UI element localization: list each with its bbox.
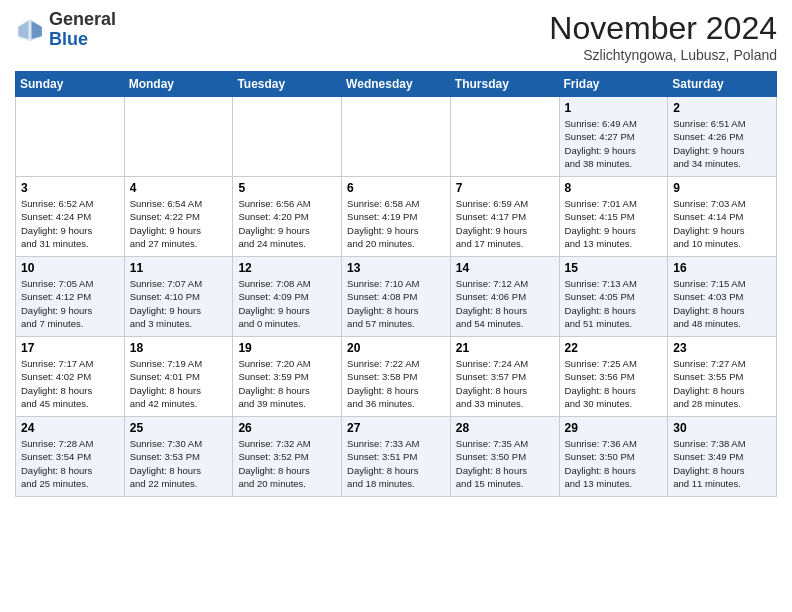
- day-cell: [342, 97, 451, 177]
- day-number: 13: [347, 261, 445, 275]
- day-info: Sunrise: 7:01 AM Sunset: 4:15 PM Dayligh…: [565, 197, 663, 250]
- day-number: 24: [21, 421, 119, 435]
- day-cell: 3Sunrise: 6:52 AM Sunset: 4:24 PM Daylig…: [16, 177, 125, 257]
- day-cell: 26Sunrise: 7:32 AM Sunset: 3:52 PM Dayli…: [233, 417, 342, 497]
- day-info: Sunrise: 6:56 AM Sunset: 4:20 PM Dayligh…: [238, 197, 336, 250]
- day-cell: [16, 97, 125, 177]
- day-info: Sunrise: 7:19 AM Sunset: 4:01 PM Dayligh…: [130, 357, 228, 410]
- day-info: Sunrise: 7:13 AM Sunset: 4:05 PM Dayligh…: [565, 277, 663, 330]
- header-cell-thursday: Thursday: [450, 72, 559, 97]
- week-row-1: 1Sunrise: 6:49 AM Sunset: 4:27 PM Daylig…: [16, 97, 777, 177]
- day-cell: 10Sunrise: 7:05 AM Sunset: 4:12 PM Dayli…: [16, 257, 125, 337]
- day-info: Sunrise: 7:03 AM Sunset: 4:14 PM Dayligh…: [673, 197, 771, 250]
- day-number: 25: [130, 421, 228, 435]
- day-info: Sunrise: 7:24 AM Sunset: 3:57 PM Dayligh…: [456, 357, 554, 410]
- day-info: Sunrise: 6:59 AM Sunset: 4:17 PM Dayligh…: [456, 197, 554, 250]
- day-number: 14: [456, 261, 554, 275]
- day-number: 12: [238, 261, 336, 275]
- day-number: 16: [673, 261, 771, 275]
- day-cell: 16Sunrise: 7:15 AM Sunset: 4:03 PM Dayli…: [668, 257, 777, 337]
- header-row: SundayMondayTuesdayWednesdayThursdayFrid…: [16, 72, 777, 97]
- day-cell: 19Sunrise: 7:20 AM Sunset: 3:59 PM Dayli…: [233, 337, 342, 417]
- day-cell: 27Sunrise: 7:33 AM Sunset: 3:51 PM Dayli…: [342, 417, 451, 497]
- day-number: 15: [565, 261, 663, 275]
- day-info: Sunrise: 7:27 AM Sunset: 3:55 PM Dayligh…: [673, 357, 771, 410]
- day-cell: 15Sunrise: 7:13 AM Sunset: 4:05 PM Dayli…: [559, 257, 668, 337]
- day-number: 28: [456, 421, 554, 435]
- day-info: Sunrise: 7:05 AM Sunset: 4:12 PM Dayligh…: [21, 277, 119, 330]
- header-cell-saturday: Saturday: [668, 72, 777, 97]
- day-info: Sunrise: 7:07 AM Sunset: 4:10 PM Dayligh…: [130, 277, 228, 330]
- day-cell: 9Sunrise: 7:03 AM Sunset: 4:14 PM Daylig…: [668, 177, 777, 257]
- day-number: 17: [21, 341, 119, 355]
- day-number: 8: [565, 181, 663, 195]
- day-info: Sunrise: 6:52 AM Sunset: 4:24 PM Dayligh…: [21, 197, 119, 250]
- day-number: 7: [456, 181, 554, 195]
- day-cell: 17Sunrise: 7:17 AM Sunset: 4:02 PM Dayli…: [16, 337, 125, 417]
- day-number: 20: [347, 341, 445, 355]
- logo-blue: Blue: [49, 29, 88, 49]
- day-number: 6: [347, 181, 445, 195]
- day-info: Sunrise: 7:12 AM Sunset: 4:06 PM Dayligh…: [456, 277, 554, 330]
- day-cell: 22Sunrise: 7:25 AM Sunset: 3:56 PM Dayli…: [559, 337, 668, 417]
- day-cell: 8Sunrise: 7:01 AM Sunset: 4:15 PM Daylig…: [559, 177, 668, 257]
- day-cell: [124, 97, 233, 177]
- header-cell-wednesday: Wednesday: [342, 72, 451, 97]
- week-row-4: 17Sunrise: 7:17 AM Sunset: 4:02 PM Dayli…: [16, 337, 777, 417]
- header-cell-friday: Friday: [559, 72, 668, 97]
- day-info: Sunrise: 6:58 AM Sunset: 4:19 PM Dayligh…: [347, 197, 445, 250]
- day-cell: 7Sunrise: 6:59 AM Sunset: 4:17 PM Daylig…: [450, 177, 559, 257]
- header-cell-tuesday: Tuesday: [233, 72, 342, 97]
- title-area: November 2024 Szlichtyngowa, Lubusz, Pol…: [549, 10, 777, 63]
- day-cell: 21Sunrise: 7:24 AM Sunset: 3:57 PM Dayli…: [450, 337, 559, 417]
- day-number: 5: [238, 181, 336, 195]
- day-cell: 18Sunrise: 7:19 AM Sunset: 4:01 PM Dayli…: [124, 337, 233, 417]
- day-number: 26: [238, 421, 336, 435]
- logo-general: General: [49, 9, 116, 29]
- location: Szlichtyngowa, Lubusz, Poland: [549, 47, 777, 63]
- day-cell: 24Sunrise: 7:28 AM Sunset: 3:54 PM Dayli…: [16, 417, 125, 497]
- day-number: 29: [565, 421, 663, 435]
- day-cell: 14Sunrise: 7:12 AM Sunset: 4:06 PM Dayli…: [450, 257, 559, 337]
- day-cell: [233, 97, 342, 177]
- day-cell: 2Sunrise: 6:51 AM Sunset: 4:26 PM Daylig…: [668, 97, 777, 177]
- day-info: Sunrise: 7:15 AM Sunset: 4:03 PM Dayligh…: [673, 277, 771, 330]
- day-cell: 29Sunrise: 7:36 AM Sunset: 3:50 PM Dayli…: [559, 417, 668, 497]
- day-cell: 1Sunrise: 6:49 AM Sunset: 4:27 PM Daylig…: [559, 97, 668, 177]
- header-cell-sunday: Sunday: [16, 72, 125, 97]
- day-cell: 11Sunrise: 7:07 AM Sunset: 4:10 PM Dayli…: [124, 257, 233, 337]
- day-cell: 12Sunrise: 7:08 AM Sunset: 4:09 PM Dayli…: [233, 257, 342, 337]
- calendar-table: SundayMondayTuesdayWednesdayThursdayFrid…: [15, 71, 777, 497]
- week-row-5: 24Sunrise: 7:28 AM Sunset: 3:54 PM Dayli…: [16, 417, 777, 497]
- day-number: 10: [21, 261, 119, 275]
- day-info: Sunrise: 6:49 AM Sunset: 4:27 PM Dayligh…: [565, 117, 663, 170]
- day-number: 23: [673, 341, 771, 355]
- calendar-header: SundayMondayTuesdayWednesdayThursdayFrid…: [16, 72, 777, 97]
- day-cell: 13Sunrise: 7:10 AM Sunset: 4:08 PM Dayli…: [342, 257, 451, 337]
- day-number: 1: [565, 101, 663, 115]
- day-cell: 25Sunrise: 7:30 AM Sunset: 3:53 PM Dayli…: [124, 417, 233, 497]
- day-info: Sunrise: 7:38 AM Sunset: 3:49 PM Dayligh…: [673, 437, 771, 490]
- page-header: General Blue November 2024 Szlichtyngowa…: [15, 10, 777, 63]
- day-info: Sunrise: 7:08 AM Sunset: 4:09 PM Dayligh…: [238, 277, 336, 330]
- day-info: Sunrise: 6:54 AM Sunset: 4:22 PM Dayligh…: [130, 197, 228, 250]
- month-title: November 2024: [549, 10, 777, 47]
- day-number: 27: [347, 421, 445, 435]
- logo-icon: [15, 15, 45, 45]
- week-row-3: 10Sunrise: 7:05 AM Sunset: 4:12 PM Dayli…: [16, 257, 777, 337]
- day-info: Sunrise: 7:30 AM Sunset: 3:53 PM Dayligh…: [130, 437, 228, 490]
- day-info: Sunrise: 7:22 AM Sunset: 3:58 PM Dayligh…: [347, 357, 445, 410]
- day-cell: 20Sunrise: 7:22 AM Sunset: 3:58 PM Dayli…: [342, 337, 451, 417]
- day-cell: 30Sunrise: 7:38 AM Sunset: 3:49 PM Dayli…: [668, 417, 777, 497]
- day-info: Sunrise: 7:25 AM Sunset: 3:56 PM Dayligh…: [565, 357, 663, 410]
- day-cell: [450, 97, 559, 177]
- day-info: Sunrise: 6:51 AM Sunset: 4:26 PM Dayligh…: [673, 117, 771, 170]
- day-number: 11: [130, 261, 228, 275]
- day-cell: 23Sunrise: 7:27 AM Sunset: 3:55 PM Dayli…: [668, 337, 777, 417]
- day-info: Sunrise: 7:17 AM Sunset: 4:02 PM Dayligh…: [21, 357, 119, 410]
- day-number: 3: [21, 181, 119, 195]
- week-row-2: 3Sunrise: 6:52 AM Sunset: 4:24 PM Daylig…: [16, 177, 777, 257]
- calendar-body: 1Sunrise: 6:49 AM Sunset: 4:27 PM Daylig…: [16, 97, 777, 497]
- day-info: Sunrise: 7:10 AM Sunset: 4:08 PM Dayligh…: [347, 277, 445, 330]
- header-cell-monday: Monday: [124, 72, 233, 97]
